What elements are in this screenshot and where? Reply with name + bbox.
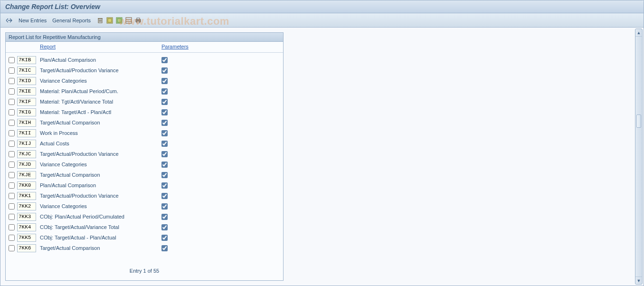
toggle-icon[interactable] [5, 17, 13, 24]
report-code-input[interactable] [17, 213, 36, 221]
report-name: Target/Actual Comparison [40, 172, 161, 178]
report-list-panel: Report List for Repetitive Manufacturing… [5, 32, 284, 281]
row-select-checkbox[interactable] [9, 57, 15, 63]
parameters-checkbox[interactable] [161, 151, 168, 157]
report-name: Variance Categories [40, 203, 161, 209]
table-row: CObj: Target/Actual - Plan/Actual [6, 232, 283, 243]
parameters-checkbox[interactable] [161, 99, 168, 105]
report-name: Variance Categories [40, 78, 161, 84]
parameters-checkbox[interactable] [161, 182, 168, 189]
parameters-checkbox[interactable] [161, 162, 168, 168]
delete-icon[interactable] [96, 17, 104, 24]
table-row: Target/Actual Comparison [6, 117, 283, 128]
parameters-checkbox[interactable] [161, 172, 168, 178]
row-select-checkbox[interactable] [9, 235, 15, 241]
col-header-parameters[interactable]: Parameters [161, 44, 256, 49]
report-code-input[interactable] [17, 192, 36, 200]
general-reports-button[interactable]: General Reports [52, 18, 91, 23]
report-code-input[interactable] [17, 67, 36, 75]
parameters-checkbox[interactable] [161, 130, 168, 136]
parameters-checkbox[interactable] [161, 224, 168, 230]
vertical-scrollbar[interactable]: ▲ ▼ [635, 29, 643, 285]
parameters-checkbox[interactable] [161, 235, 168, 241]
table-row: Target/Actual Comparison [6, 170, 283, 180]
parameters-checkbox[interactable] [161, 245, 168, 251]
row-select-checkbox[interactable] [9, 193, 15, 199]
report-code-input[interactable] [17, 161, 36, 169]
row-select-checkbox[interactable] [9, 203, 15, 210]
report-name: Material: Plan/Actual Period/Cum. [40, 88, 161, 94]
column-headers: Report Parameters [6, 42, 283, 53]
report-code-input[interactable] [17, 77, 36, 85]
rows-container: Plan/Actual ComparisonTarget/Actual/Prod… [6, 53, 283, 263]
select-all-icon[interactable] [106, 17, 114, 24]
report-code-input[interactable] [17, 223, 36, 231]
report-code-input[interactable] [17, 171, 36, 179]
report-name: Target/Actual Comparison [40, 120, 161, 125]
deselect-all-icon[interactable] [115, 17, 123, 24]
row-select-checkbox[interactable] [9, 141, 15, 147]
row-select-checkbox[interactable] [9, 151, 15, 157]
parameters-checkbox[interactable] [161, 57, 168, 63]
row-select-checkbox[interactable] [9, 245, 15, 251]
report-code-input[interactable] [17, 234, 36, 242]
report-code-input[interactable] [17, 56, 36, 64]
parameters-checkbox[interactable] [161, 141, 168, 147]
row-select-checkbox[interactable] [9, 182, 15, 189]
panel-header: Report List for Repetitive Manufacturing [6, 33, 283, 42]
row-select-checkbox[interactable] [9, 162, 15, 168]
row-select-checkbox[interactable] [9, 214, 15, 220]
report-code-input[interactable] [17, 202, 36, 210]
parameters-checkbox[interactable] [161, 120, 168, 126]
report-code-input[interactable] [17, 119, 36, 127]
report-name: CObj: Plan/Actual Period/Cumulated [40, 214, 161, 219]
table-row: Variance Categories [6, 76, 283, 86]
row-select-checkbox[interactable] [9, 130, 15, 136]
parameters-checkbox[interactable] [161, 203, 168, 210]
page-title: Change Report List: Overview [5, 3, 100, 10]
report-name: Target/Actual/Production Variance [40, 67, 161, 73]
parameters-checkbox[interactable] [161, 88, 168, 95]
config-icon[interactable] [125, 17, 133, 24]
svg-rect-9 [126, 18, 132, 23]
report-code-input[interactable] [17, 108, 36, 116]
table-row: Plan/Actual Comparison [6, 55, 283, 65]
row-select-checkbox[interactable] [9, 109, 15, 115]
scroll-down-icon[interactable]: ▼ [635, 276, 642, 284]
parameters-checkbox[interactable] [161, 109, 168, 115]
svg-rect-14 [137, 21, 140, 23]
report-code-input[interactable] [17, 98, 36, 106]
parameters-checkbox[interactable] [161, 193, 168, 199]
report-code-input[interactable] [17, 140, 36, 148]
report-code-input[interactable] [17, 181, 36, 190]
row-select-checkbox[interactable] [9, 67, 15, 74]
row-select-checkbox[interactable] [9, 172, 15, 178]
svg-rect-6 [108, 19, 112, 22]
table-row: Material: Plan/Actual Period/Cum. [6, 86, 283, 96]
col-header-report[interactable]: Report [40, 44, 161, 49]
row-select-checkbox[interactable] [9, 99, 15, 105]
parameters-checkbox[interactable] [161, 214, 168, 220]
report-code-input[interactable] [17, 87, 36, 95]
new-entries-button[interactable]: New Entries [19, 18, 47, 23]
parameters-checkbox[interactable] [161, 78, 168, 84]
report-name: Target/Actual Comparison [40, 245, 161, 251]
table-row: CObj: Plan/Actual Period/Cumulated [6, 211, 283, 222]
print-icon[interactable] [134, 17, 142, 24]
parameters-checkbox[interactable] [161, 67, 168, 74]
report-code-input[interactable] [17, 244, 36, 252]
report-name: Actual Costs [40, 141, 161, 146]
report-code-input[interactable] [17, 129, 36, 137]
table-row: Target/Actual/Production Variance [6, 65, 283, 76]
row-select-checkbox[interactable] [9, 88, 15, 95]
report-name: Variance Categories [40, 162, 161, 167]
scroll-thumb[interactable] [636, 114, 641, 128]
report-name: Plan/Actual Comparison [40, 182, 161, 188]
row-select-checkbox[interactable] [9, 224, 15, 230]
report-name: Material: Tgt/Actl/Variance Total [40, 99, 161, 105]
row-select-checkbox[interactable] [9, 78, 15, 84]
scroll-up-icon[interactable]: ▲ [635, 29, 642, 37]
report-code-input[interactable] [17, 150, 36, 158]
table-row: Target/Actual Comparison [6, 243, 283, 253]
row-select-checkbox[interactable] [9, 120, 15, 126]
